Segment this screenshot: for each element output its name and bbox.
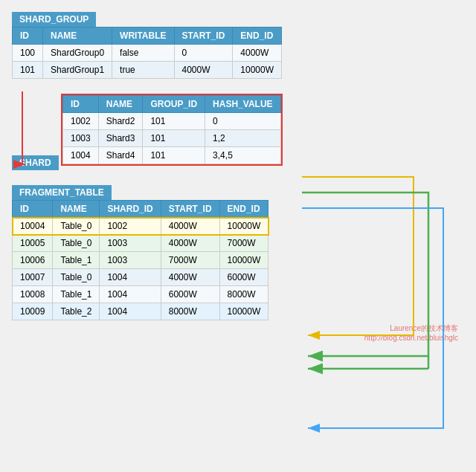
sg-col-id: ID bbox=[13, 28, 43, 45]
sg-100-name: ShardGroup0 bbox=[43, 45, 112, 62]
sg-100-start: 0 bbox=[174, 45, 233, 62]
shard-row-1004: 1004 Shard4 101 3,4,5 bbox=[63, 147, 281, 164]
sg-100-writable: false bbox=[112, 45, 174, 62]
sg-col-start-id: START_ID bbox=[174, 28, 233, 45]
sg-101-end: 10000W bbox=[233, 62, 282, 79]
f-10008-start: 6000W bbox=[161, 286, 219, 303]
sg-row-100: 100 ShardGroup0 false 0 4000W bbox=[13, 45, 282, 62]
frag-row-10006: 10006 Table_1 1003 7000W 10000W bbox=[13, 252, 268, 269]
frag-header-row: ID NAME SHARD_ID START_ID END_ID bbox=[13, 201, 268, 218]
sg-101-id: 101 bbox=[13, 62, 43, 79]
shard-table-wrapper: ID NAME GROUP_ID HASH_VALUE 1002 Shard2 … bbox=[61, 94, 283, 166]
sg-row-101: 101 ShardGroup1 true 4000W 10000W bbox=[13, 62, 282, 79]
s-1004-hash: 3,4,5 bbox=[205, 147, 280, 164]
f-10005-start: 4000W bbox=[161, 235, 219, 252]
s-1003-group: 101 bbox=[143, 130, 205, 147]
s-1003-id: 1003 bbox=[63, 130, 99, 147]
frag-row-10005: 10005 Table_0 1003 4000W 7000W bbox=[13, 235, 268, 252]
f-10008-shard: 1004 bbox=[100, 286, 161, 303]
shard-table: ID NAME GROUP_ID HASH_VALUE 1002 Shard2 … bbox=[62, 95, 281, 164]
f-10006-start: 7000W bbox=[161, 252, 219, 269]
f-col-name: NAME bbox=[53, 201, 100, 218]
s-col-group-id: GROUP_ID bbox=[143, 96, 205, 113]
s-col-name: NAME bbox=[98, 96, 143, 113]
f-10005-shard: 1003 bbox=[100, 235, 161, 252]
f-10004-start: 4000W bbox=[161, 218, 219, 235]
f-10006-name: Table_1 bbox=[53, 252, 100, 269]
shard-row-1003: 1003 Shard3 101 1,2 bbox=[63, 130, 281, 147]
shard-group-title: SHARD_GROUP bbox=[12, 12, 96, 27]
f-10007-shard: 1004 bbox=[100, 269, 161, 286]
sg-col-writable: WRITABLE bbox=[112, 28, 174, 45]
frag-row-10007: 10007 Table_0 1004 4000W 6000W bbox=[13, 269, 268, 286]
s-1003-hash: 1,2 bbox=[205, 130, 280, 147]
f-10008-end: 8000W bbox=[219, 286, 268, 303]
f-10006-id: 10006 bbox=[13, 252, 53, 269]
s-1004-name: Shard4 bbox=[98, 147, 143, 164]
f-10006-shard: 1003 bbox=[100, 252, 161, 269]
f-10008-name: Table_1 bbox=[53, 286, 100, 303]
f-10006-end: 10000W bbox=[219, 252, 268, 269]
f-10008-id: 10008 bbox=[13, 286, 53, 303]
f-10007-start: 4000W bbox=[161, 269, 219, 286]
f-10004-shard: 1002 bbox=[100, 218, 161, 235]
f-10005-name: Table_0 bbox=[53, 235, 100, 252]
f-10005-id: 10005 bbox=[13, 235, 53, 252]
s-1004-id: 1004 bbox=[63, 147, 99, 164]
fragment-section: FRAGMENT_TABLE ID NAME SHARD_ID START_ID… bbox=[12, 185, 458, 342]
f-col-end-id: END_ID bbox=[219, 201, 268, 218]
fragment-title: FRAGMENT_TABLE bbox=[12, 185, 112, 200]
watermark-text: Laurence的技术博客 bbox=[390, 324, 458, 332]
sg-100-id: 100 bbox=[13, 45, 43, 62]
f-10009-name: Table_2 bbox=[53, 303, 100, 320]
sg-101-name: ShardGroup1 bbox=[43, 62, 112, 79]
f-col-id: ID bbox=[13, 201, 53, 218]
frag-row-10008: 10008 Table_1 1004 6000W 8000W bbox=[13, 286, 268, 303]
shard-header-row: ID NAME GROUP_ID HASH_VALUE bbox=[63, 96, 281, 113]
f-col-start-id: START_ID bbox=[161, 201, 219, 218]
f-10009-end: 10000W bbox=[219, 303, 268, 320]
f-col-shard-id: SHARD_ID bbox=[100, 201, 161, 218]
sg-101-start: 4000W bbox=[174, 62, 233, 79]
s-col-id: ID bbox=[63, 96, 99, 113]
f-10004-name: Table_0 bbox=[53, 218, 100, 235]
f-10007-end: 6000W bbox=[219, 269, 268, 286]
f-10009-start: 8000W bbox=[161, 303, 219, 320]
f-10009-id: 10009 bbox=[13, 303, 53, 320]
s-1002-id: 1002 bbox=[63, 113, 99, 130]
s-1003-name: Shard3 bbox=[98, 130, 143, 147]
s-1004-group: 101 bbox=[143, 147, 205, 164]
f-10004-end: 10000W bbox=[219, 218, 268, 235]
sg-101-writable: true bbox=[112, 62, 174, 79]
frag-row-10009: 10009 Table_2 1004 8000W 10000W bbox=[13, 303, 268, 320]
sg-col-end-id: END_ID bbox=[233, 28, 282, 45]
s-1002-hash: 0 bbox=[205, 113, 280, 130]
f-10004-id: 10004 bbox=[13, 218, 53, 235]
shard-row-1002: 1002 Shard2 101 0 bbox=[63, 113, 281, 130]
f-10005-end: 7000W bbox=[219, 235, 268, 252]
f-10009-shard: 1004 bbox=[100, 303, 161, 320]
shard-group-table: ID NAME WRITABLE START_ID END_ID 100 Sha… bbox=[12, 27, 282, 79]
s-1002-name: Shard2 bbox=[98, 113, 143, 130]
s-col-hash: HASH_VALUE bbox=[205, 96, 280, 113]
frag-row-10004: 10004 Table_0 1002 4000W 10000W bbox=[13, 218, 268, 235]
fragment-table: ID NAME SHARD_ID START_ID END_ID 10004 T… bbox=[12, 200, 268, 320]
shard-group-header-row: ID NAME WRITABLE START_ID END_ID bbox=[13, 28, 282, 45]
watermark: Laurence的技术博客 http://blog.csdn.net/bluis… bbox=[12, 323, 458, 342]
watermark-url: http://blog.csdn.net/bluishglc bbox=[364, 334, 458, 342]
sg-100-end: 4000W bbox=[233, 45, 282, 62]
shard-group-section: SHARD_GROUP ID NAME WRITABLE START_ID EN… bbox=[12, 12, 458, 79]
s-1002-group: 101 bbox=[143, 113, 205, 130]
shard-section: SHARD ID NAME GROUP_ID HASH_VALUE 1002 S… bbox=[12, 94, 458, 170]
sg-col-name: NAME bbox=[43, 28, 112, 45]
f-10007-name: Table_0 bbox=[53, 269, 100, 286]
f-10007-id: 10007 bbox=[13, 269, 53, 286]
shard-title: SHARD bbox=[12, 155, 59, 170]
